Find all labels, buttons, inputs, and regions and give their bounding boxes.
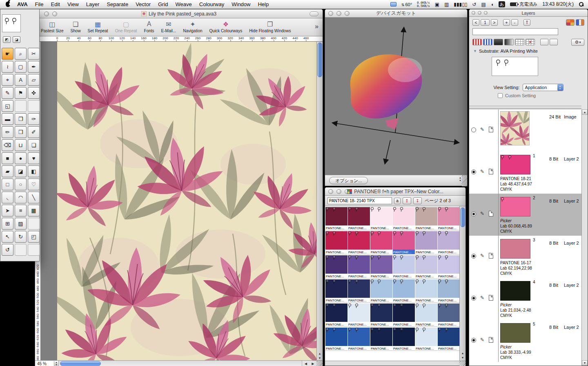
menu-view[interactable]: View — [64, 0, 82, 9]
pantone-swatch[interactable]: PANTONE... — [438, 255, 460, 279]
layer-color-swatch[interactable] — [500, 281, 530, 301]
disclosure-triangle-icon[interactable]: ▼ — [473, 49, 477, 53]
visibility-toggle[interactable] — [471, 254, 476, 259]
menu-help[interactable]: Help — [254, 0, 272, 9]
scroll-thumb[interactable] — [460, 208, 465, 227]
visibility-toggle[interactable] — [471, 127, 476, 132]
lasso-tool[interactable]: ≀ — [2, 61, 13, 73]
pantone-swatch[interactable]: PANTONE... — [325, 231, 347, 255]
pantone-swatch[interactable]: PANTONE... — [348, 231, 370, 255]
edit-pencil-icon[interactable]: ✎ — [480, 211, 484, 216]
page-icon[interactable] — [489, 253, 493, 259]
pantone-swatch[interactable]: PANTONE... — [370, 279, 392, 303]
menu-ava[interactable]: AVA — [13, 0, 31, 9]
filled-ellipse-tool[interactable]: ● — [15, 152, 27, 164]
pen-tool[interactable]: ✑ — [28, 113, 40, 125]
clipboard-tool[interactable]: ❐ — [15, 113, 27, 125]
hand-tool[interactable]: ☛ — [2, 48, 13, 60]
rect-tool[interactable]: □ — [2, 179, 13, 190]
menu-colourway[interactable]: Colourway — [196, 0, 228, 9]
close-button[interactable] — [328, 11, 333, 16]
gamut-3d-view[interactable] — [325, 18, 467, 175]
mode-b-button[interactable]: ◪ — [13, 36, 20, 43]
pantone-swatch[interactable]: PANTONE... — [325, 255, 347, 279]
pantone-titlebar[interactable]: PANTONE® f+h paper TPX–New Color... — [325, 187, 466, 196]
fonts-button[interactable]: AFonts — [144, 20, 154, 33]
substrate-swatch[interactable] — [492, 57, 538, 76]
layer-row[interactable]: ✎1PANTONE 18-21Lab 48.437,64.97CMYK8 Bit… — [469, 152, 581, 194]
pushpin-tool[interactable]: ⚑ — [15, 87, 27, 99]
pantone-swatch[interactable]: PANTONE... — [370, 304, 392, 327]
view-setting-dropdown[interactable]: Application ▲ ▼ — [523, 84, 564, 91]
navigation-button[interactable]: ✦Navigation — [183, 20, 202, 33]
pantone-scrollbar[interactable]: ▲ ▼ — [459, 206, 466, 361]
vertical-scroll-arrows[interactable]: ▲ ▼ — [317, 351, 323, 360]
rotate-tool[interactable]: ↻ — [15, 231, 27, 243]
pantone-swatch[interactable]: PANTONE... — [438, 328, 460, 351]
menu-layer[interactable]: Layer — [82, 0, 103, 9]
filled-rect-tool[interactable]: ■ — [2, 152, 13, 164]
find-button[interactable]: a — [394, 198, 401, 204]
substrate-row[interactable]: ▼ Substrate: AVA Printing White — [473, 49, 538, 54]
toolbar-overflow-button[interactable]: » — [315, 20, 323, 30]
close-button[interactable] — [472, 11, 475, 15]
pantone-swatch[interactable]: PANTONE... — [393, 304, 415, 327]
cursor-tool[interactable]: ↖ — [2, 231, 13, 243]
horizontal-scroll-thumb[interactable] — [60, 361, 101, 366]
pantone-swatch[interactable]: PANTONE... — [438, 207, 460, 231]
custom-setting-checkbox[interactable] — [498, 93, 503, 98]
skew-tool[interactable]: ◱ — [2, 100, 13, 112]
colourway-icon-button[interactable] — [576, 19, 584, 26]
colour-palette-icon-button[interactable] — [566, 19, 575, 26]
time-machine-icon[interactable]: ↺ — [472, 2, 476, 7]
vertical-scrollbar[interactable]: ▲ ▼ — [316, 42, 323, 360]
gradient-mode-button[interactable] — [504, 39, 514, 45]
round-corner-tool[interactable]: ◟ — [2, 192, 13, 203]
pasteboard-size-button[interactable]: ◫Pastest Size — [41, 20, 64, 33]
eyedropper-tool[interactable]: ✒ — [28, 61, 40, 73]
scroll-up-button[interactable]: ▲ — [460, 351, 466, 355]
spiral-tool[interactable]: ↺ — [2, 244, 13, 256]
spotlight-icon[interactable] — [579, 2, 584, 7]
pantone-swatch[interactable]: PANTONE... — [348, 328, 370, 351]
edit-pencil-icon[interactable]: ✎ — [480, 127, 484, 132]
pantone-swatch[interactable]: PANTONE... — [393, 279, 415, 303]
pantone-swatch[interactable]: PANTONE... — [348, 255, 370, 279]
visibility-toggle[interactable] — [471, 212, 476, 216]
grid-tool[interactable]: ⊞ — [2, 218, 13, 230]
next-page-button[interactable]: ↧ — [413, 197, 422, 204]
minimize-button[interactable] — [478, 11, 481, 15]
pantone-swatch[interactable]: PANTONE... — [415, 328, 437, 351]
layer-name-input[interactable] — [472, 28, 558, 35]
page-icon[interactable] — [489, 169, 493, 174]
displays-icon[interactable]: ▤ — [481, 2, 486, 7]
visibility-toggle[interactable] — [471, 296, 476, 301]
show-button[interactable]: ❏Show — [71, 20, 81, 33]
email-button[interactable]: ✉E-Mail... — [161, 20, 176, 33]
select-arrow-tool[interactable]: ➤ — [2, 205, 13, 216]
layer-color-swatch[interactable] — [500, 155, 530, 174]
network-speed-menu[interactable]: 0.0KB/s0.5KB/s — [417, 1, 430, 8]
menu-grid[interactable]: Grid — [154, 0, 172, 9]
grid-view-button[interactable] — [515, 39, 524, 45]
layer-thumbnail[interactable] — [500, 111, 530, 145]
set-repeat-button[interactable]: ▦Set Repeat — [88, 20, 108, 33]
pantone-swatch[interactable]: PANTONE... — [438, 304, 460, 327]
menu-separate[interactable]: Separate — [103, 0, 132, 9]
toolbar-toggle-button[interactable] — [310, 11, 318, 16]
roller-tool[interactable]: ▬ — [2, 113, 13, 125]
zoom-stepper-icon[interactable]: ▲ ▼ — [54, 361, 58, 366]
blank-option-button-1[interactable] — [540, 39, 548, 45]
menu-extra-icon-2[interactable]: ▥ — [444, 2, 449, 7]
chat-icon[interactable]: ◖ — [491, 2, 494, 7]
pantone-swatch[interactable]: PANTONE... — [415, 304, 437, 327]
zoom-control[interactable]: 45 % ▲ ▼ — [35, 361, 59, 366]
scroll-up-button[interactable]: ▲ — [582, 109, 588, 115]
menu-file[interactable]: File — [31, 0, 47, 9]
edit-pencil-icon[interactable]: ✎ — [480, 337, 484, 343]
text-tool-button[interactable]: T — [523, 19, 530, 26]
pantone-swatch[interactable]: PANTONE... — [325, 328, 347, 351]
pantone-swatch[interactable]: PANTONE... — [370, 207, 392, 231]
ellipse-tool[interactable]: ○ — [15, 179, 27, 190]
battery-menu[interactable]: 充電済み — [510, 1, 537, 7]
